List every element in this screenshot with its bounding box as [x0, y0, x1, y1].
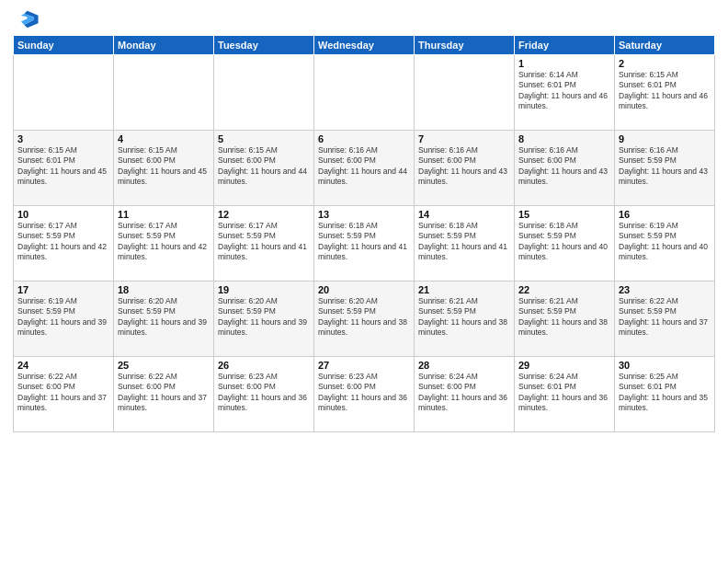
calendar-week-row: 24Sunrise: 6:22 AM Sunset: 6:00 PM Dayli…: [14, 357, 715, 432]
day-number: 16: [619, 209, 711, 220]
day-info: Sunrise: 6:22 AM Sunset: 6:00 PM Dayligh…: [17, 372, 109, 414]
calendar-cell: 26Sunrise: 6:23 AM Sunset: 6:00 PM Dayli…: [214, 357, 314, 432]
day-number: 13: [318, 209, 410, 220]
day-info: Sunrise: 6:22 AM Sunset: 5:59 PM Dayligh…: [619, 296, 711, 339]
day-number: 8: [518, 133, 610, 144]
calendar-cell: 25Sunrise: 6:22 AM Sunset: 6:00 PM Dayli…: [114, 357, 214, 432]
day-info: Sunrise: 6:18 AM Sunset: 5:59 PM Dayligh…: [518, 221, 610, 263]
calendar-cell: 5Sunrise: 6:15 AM Sunset: 6:00 PM Daylig…: [214, 131, 314, 206]
day-info: Sunrise: 6:22 AM Sunset: 6:00 PM Dayligh…: [118, 372, 210, 414]
day-number: 20: [318, 284, 410, 295]
day-number: 27: [318, 360, 410, 371]
day-of-week-header: Friday: [515, 36, 615, 55]
day-info: Sunrise: 6:15 AM Sunset: 6:01 PM Dayligh…: [17, 145, 109, 188]
calendar-cell: 29Sunrise: 6:24 AM Sunset: 6:01 PM Dayli…: [515, 357, 615, 432]
day-info: Sunrise: 6:21 AM Sunset: 5:59 PM Dayligh…: [518, 296, 610, 339]
calendar-cell: 21Sunrise: 6:21 AM Sunset: 5:59 PM Dayli…: [415, 282, 515, 357]
calendar-cell: 8Sunrise: 6:16 AM Sunset: 6:00 PM Daylig…: [515, 131, 615, 206]
day-of-week-header: Thursday: [415, 36, 515, 55]
day-info: Sunrise: 6:21 AM Sunset: 5:59 PM Dayligh…: [418, 296, 510, 339]
day-number: 17: [17, 284, 109, 295]
day-of-week-header: Sunday: [14, 36, 114, 55]
page: SundayMondayTuesdayWednesdayThursdayFrid…: [0, 0, 728, 563]
day-number: 21: [418, 284, 510, 295]
day-number: 18: [118, 284, 210, 295]
day-number: 12: [218, 209, 310, 220]
day-of-week-header: Wednesday: [314, 36, 415, 55]
day-info: Sunrise: 6:20 AM Sunset: 5:59 PM Dayligh…: [118, 296, 210, 339]
calendar-week-row: 3Sunrise: 6:15 AM Sunset: 6:01 PM Daylig…: [14, 131, 715, 206]
day-number: 11: [118, 209, 210, 220]
day-number: 23: [619, 284, 711, 295]
logo: [13, 9, 42, 29]
calendar-week-row: 10Sunrise: 6:17 AM Sunset: 5:59 PM Dayli…: [14, 206, 715, 282]
day-info: Sunrise: 6:17 AM Sunset: 5:59 PM Dayligh…: [118, 221, 210, 263]
day-number: 5: [218, 133, 310, 144]
calendar-cell: 1Sunrise: 6:14 AM Sunset: 6:01 PM Daylig…: [515, 55, 615, 131]
day-info: Sunrise: 6:15 AM Sunset: 6:01 PM Dayligh…: [619, 70, 711, 112]
calendar-cell: 22Sunrise: 6:21 AM Sunset: 5:59 PM Dayli…: [515, 282, 615, 357]
day-number: 4: [118, 133, 210, 144]
calendar-cell: 16Sunrise: 6:19 AM Sunset: 5:59 PM Dayli…: [615, 206, 715, 282]
day-info: Sunrise: 6:16 AM Sunset: 6:00 PM Dayligh…: [518, 145, 610, 188]
calendar-cell: 20Sunrise: 6:20 AM Sunset: 5:59 PM Dayli…: [314, 282, 415, 357]
calendar-cell: 9Sunrise: 6:16 AM Sunset: 5:59 PM Daylig…: [615, 131, 715, 206]
day-info: Sunrise: 6:24 AM Sunset: 6:00 PM Dayligh…: [418, 372, 510, 414]
calendar-cell: 27Sunrise: 6:23 AM Sunset: 6:00 PM Dayli…: [314, 357, 415, 432]
day-info: Sunrise: 6:16 AM Sunset: 6:00 PM Dayligh…: [418, 145, 510, 188]
day-info: Sunrise: 6:15 AM Sunset: 6:00 PM Dayligh…: [218, 145, 310, 188]
day-number: 7: [418, 133, 510, 144]
day-info: Sunrise: 6:16 AM Sunset: 5:59 PM Dayligh…: [619, 145, 711, 188]
day-info: Sunrise: 6:24 AM Sunset: 6:01 PM Dayligh…: [518, 372, 610, 414]
logo-icon: [13, 9, 39, 29]
day-number: 26: [218, 360, 310, 371]
calendar-header-row: SundayMondayTuesdayWednesdayThursdayFrid…: [14, 36, 715, 55]
day-number: 2: [619, 58, 711, 69]
day-of-week-header: Tuesday: [214, 36, 314, 55]
calendar-week-row: 17Sunrise: 6:19 AM Sunset: 5:59 PM Dayli…: [14, 282, 715, 357]
calendar-cell: 28Sunrise: 6:24 AM Sunset: 6:00 PM Dayli…: [415, 357, 515, 432]
calendar-cell: 2Sunrise: 6:15 AM Sunset: 6:01 PM Daylig…: [615, 55, 715, 131]
calendar-cell: 4Sunrise: 6:15 AM Sunset: 6:00 PM Daylig…: [114, 131, 214, 206]
day-number: 28: [418, 360, 510, 371]
calendar-cell: [314, 55, 415, 131]
day-info: Sunrise: 6:20 AM Sunset: 5:59 PM Dayligh…: [318, 296, 410, 339]
day-info: Sunrise: 6:18 AM Sunset: 5:59 PM Dayligh…: [318, 221, 410, 263]
calendar-table: SundayMondayTuesdayWednesdayThursdayFrid…: [13, 35, 715, 432]
day-number: 9: [619, 133, 711, 144]
day-number: 30: [619, 360, 711, 371]
day-info: Sunrise: 6:15 AM Sunset: 6:00 PM Dayligh…: [118, 145, 210, 188]
calendar-cell: 15Sunrise: 6:18 AM Sunset: 5:59 PM Dayli…: [515, 206, 615, 282]
calendar-cell: [214, 55, 314, 131]
calendar-cell: 6Sunrise: 6:16 AM Sunset: 6:00 PM Daylig…: [314, 131, 415, 206]
day-number: 22: [518, 284, 610, 295]
calendar-cell: 18Sunrise: 6:20 AM Sunset: 5:59 PM Dayli…: [114, 282, 214, 357]
day-info: Sunrise: 6:18 AM Sunset: 5:59 PM Dayligh…: [418, 221, 510, 263]
calendar-cell: 10Sunrise: 6:17 AM Sunset: 5:59 PM Dayli…: [14, 206, 114, 282]
day-number: 25: [118, 360, 210, 371]
day-info: Sunrise: 6:25 AM Sunset: 6:01 PM Dayligh…: [619, 372, 711, 414]
day-info: Sunrise: 6:17 AM Sunset: 5:59 PM Dayligh…: [17, 221, 109, 263]
day-info: Sunrise: 6:19 AM Sunset: 5:59 PM Dayligh…: [619, 221, 711, 263]
day-info: Sunrise: 6:17 AM Sunset: 5:59 PM Dayligh…: [218, 221, 310, 263]
calendar-cell: 23Sunrise: 6:22 AM Sunset: 5:59 PM Dayli…: [615, 282, 715, 357]
day-info: Sunrise: 6:19 AM Sunset: 5:59 PM Dayligh…: [17, 296, 109, 339]
day-number: 24: [17, 360, 109, 371]
day-info: Sunrise: 6:23 AM Sunset: 6:00 PM Dayligh…: [318, 372, 410, 414]
day-number: 3: [17, 133, 109, 144]
calendar-week-row: 1Sunrise: 6:14 AM Sunset: 6:01 PM Daylig…: [14, 55, 715, 131]
calendar-cell: 17Sunrise: 6:19 AM Sunset: 5:59 PM Dayli…: [14, 282, 114, 357]
day-number: 15: [518, 209, 610, 220]
calendar-cell: 11Sunrise: 6:17 AM Sunset: 5:59 PM Dayli…: [114, 206, 214, 282]
day-number: 14: [418, 209, 510, 220]
day-number: 10: [17, 209, 109, 220]
day-info: Sunrise: 6:23 AM Sunset: 6:00 PM Dayligh…: [218, 372, 310, 414]
day-info: Sunrise: 6:20 AM Sunset: 5:59 PM Dayligh…: [218, 296, 310, 339]
calendar-cell: [14, 55, 114, 131]
calendar-cell: [114, 55, 214, 131]
day-info: Sunrise: 6:14 AM Sunset: 6:01 PM Dayligh…: [518, 70, 610, 112]
day-of-week-header: Monday: [114, 36, 214, 55]
calendar-cell: 12Sunrise: 6:17 AM Sunset: 5:59 PM Dayli…: [214, 206, 314, 282]
calendar-cell: [415, 55, 515, 131]
day-number: 29: [518, 360, 610, 371]
